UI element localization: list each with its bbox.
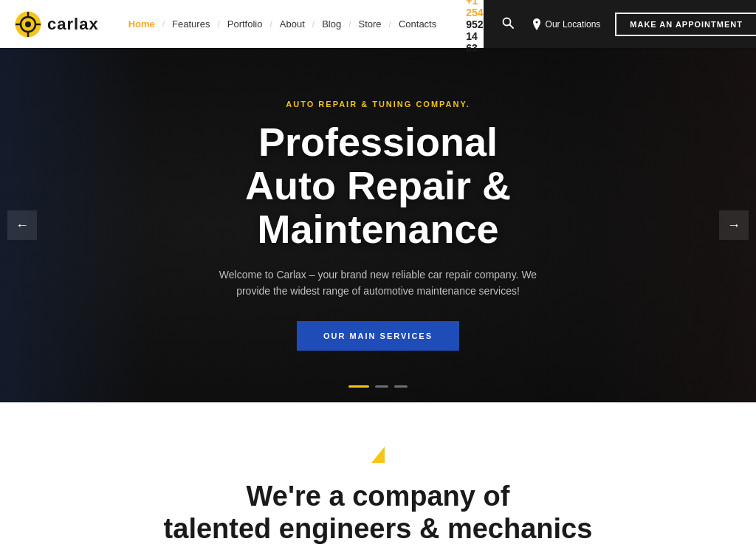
svg-point-2 bbox=[25, 21, 31, 27]
navbar: carlax Home / Features / Portfolio / Abo… bbox=[0, 0, 756, 48]
brand-name: carlax bbox=[47, 15, 99, 34]
nav-item-features[interactable]: Features bbox=[165, 18, 217, 30]
hero-cta-button[interactable]: OUR MAIN SERVICES bbox=[297, 321, 459, 351]
hero-title-line2: Auto Repair & Maintenance bbox=[245, 163, 511, 251]
svg-line-8 bbox=[509, 24, 513, 28]
slide-dot-1[interactable] bbox=[348, 385, 369, 388]
company-title: We're a company of talented engineers & … bbox=[15, 481, 741, 545]
nav-link-contacts[interactable]: Contacts bbox=[391, 18, 444, 30]
hero-title-line1: Professional bbox=[258, 120, 498, 164]
phone-number: +1 254 952 14 63 bbox=[466, 0, 483, 54]
company-title-line2: talented engineers & mechanics bbox=[164, 513, 593, 544]
location-label: Our Locations bbox=[546, 19, 601, 30]
arrow-right-icon: → bbox=[727, 218, 740, 233]
hero-tag: AUTO REPAIR & TUNING COMPANY. bbox=[142, 100, 614, 109]
navbar-left: carlax Home / Features / Portfolio / Abo… bbox=[15, 0, 484, 54]
location-icon bbox=[532, 18, 541, 30]
hero-content: AUTO REPAIR & TUNING COMPANY. Profession… bbox=[127, 100, 629, 351]
hero-section: ← AUTO REPAIR & TUNING COMPANY. Professi… bbox=[0, 48, 756, 402]
hero-subtitle: Welcome to Carlax – your brand new relia… bbox=[208, 267, 548, 300]
appointment-button[interactable]: MAKE AN APPOINTMENT bbox=[615, 13, 756, 36]
company-section: We're a company of talented engineers & … bbox=[0, 402, 756, 550]
page-wrapper: carlax Home / Features / Portfolio / Abo… bbox=[0, 0, 756, 550]
hero-next-button[interactable]: → bbox=[719, 210, 749, 240]
company-title-line1: We're a company of bbox=[247, 481, 510, 512]
nav-item-contacts[interactable]: Contacts bbox=[391, 18, 444, 30]
nav-item-blog[interactable]: Blog bbox=[315, 18, 348, 30]
nav-item-portfolio[interactable]: Portfolio bbox=[220, 18, 270, 30]
phone-country-code: +1 254 bbox=[466, 0, 483, 18]
section-triangle-icon bbox=[371, 447, 385, 463]
nav-links: Home / Features / Portfolio / About / Bl… bbox=[121, 18, 444, 30]
nav-link-portfolio[interactable]: Portfolio bbox=[220, 18, 270, 30]
logo[interactable]: carlax bbox=[15, 11, 99, 38]
navbar-right: Our Locations MAKE AN APPOINTMENT bbox=[484, 0, 756, 48]
search-button[interactable] bbox=[498, 17, 518, 32]
nav-link-blog[interactable]: Blog bbox=[315, 18, 348, 30]
nav-item-about[interactable]: About bbox=[272, 18, 312, 30]
nav-item-home[interactable]: Home bbox=[121, 18, 162, 30]
logo-icon bbox=[15, 11, 41, 38]
slide-indicators bbox=[348, 385, 408, 388]
nav-link-home[interactable]: Home bbox=[121, 18, 162, 30]
search-icon bbox=[502, 17, 514, 29]
hero-title: Professional Auto Repair & Maintenance bbox=[142, 120, 614, 252]
nav-link-store[interactable]: Store bbox=[351, 18, 389, 30]
location-button[interactable]: Our Locations bbox=[532, 18, 601, 30]
nav-link-about[interactable]: About bbox=[272, 18, 312, 30]
arrow-left-icon: ← bbox=[16, 218, 29, 233]
nav-item-store[interactable]: Store bbox=[351, 18, 389, 30]
nav-link-features[interactable]: Features bbox=[165, 18, 217, 30]
hero-prev-button[interactable]: ← bbox=[7, 210, 37, 240]
slide-dot-2[interactable] bbox=[375, 385, 388, 388]
phone-number-digits: 952 14 63 bbox=[466, 18, 483, 54]
slide-dot-3[interactable] bbox=[394, 385, 408, 388]
